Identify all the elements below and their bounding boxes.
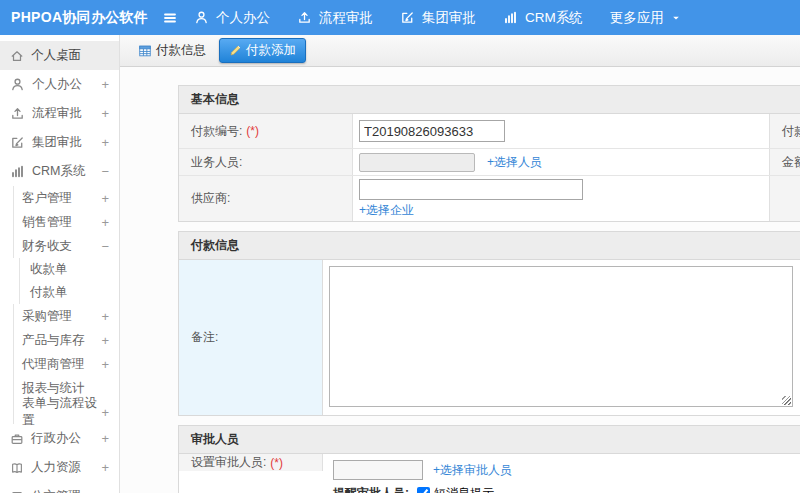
tab-bar: 付款信息 付款添加 [120, 35, 800, 67]
form-row-supplier: 供应商: +选择企业 [179, 175, 800, 221]
sidebar-item-17[interactable]: 公文管理+ [0, 482, 119, 493]
expand-icon[interactable]: + [101, 135, 109, 150]
sidebar-item-0[interactable]: 个人桌面 [0, 41, 119, 70]
collapse-icon[interactable]: − [101, 239, 109, 254]
expand-icon[interactable]: + [101, 460, 109, 475]
nav-item-3[interactable]: CRM系统 [503, 9, 583, 27]
payment-no-input[interactable] [359, 120, 505, 142]
sidebar-item-4[interactable]: CRM系统− [0, 157, 119, 186]
tab-label: 付款信息 [156, 42, 206, 59]
sidebar-item-label: 采购管理 [22, 308, 72, 325]
sidebar-item-9[interactable]: 付款单 [19, 281, 119, 304]
sidebar-item-label: 公文管理 [31, 488, 81, 493]
amount-label: 金额: [769, 149, 800, 175]
supplier-input[interactable] [359, 179, 583, 200]
approver-input[interactable] [333, 460, 423, 480]
expand-icon[interactable]: + [101, 333, 109, 348]
sidebar-item-label: 产品与库存 [22, 332, 85, 349]
nav-item-2[interactable]: 集团审批 [400, 9, 476, 27]
expand-icon[interactable]: + [101, 77, 109, 92]
sidebar-item-5[interactable]: 客户管理+ [13, 186, 119, 210]
form-row-approver: 设置审批人员:(*) +选择审批人员 提醒审批人员: [179, 454, 800, 493]
section-title-payment: 付款信息 [179, 232, 800, 260]
remark-textarea[interactable] [329, 266, 793, 407]
set-approver-label: 设置审批人员:(*) [179, 454, 323, 471]
main-area: 付款信息 付款添加 基本信息 付款编号:(*) [120, 35, 800, 493]
tab-payment-info[interactable]: 付款信息 [132, 38, 212, 63]
section-title-approver: 审批人员 [179, 426, 800, 454]
chart-icon [10, 164, 25, 179]
top-bar: PHPOA协同办公软件 个人办公流程审批集团审批CRM系统更多应用 [0, 0, 800, 35]
form-row-payment-no: 付款编号:(*) 付款名称:(*) [179, 114, 800, 148]
form-row-business-person: 业务人员: +选择人员 金额: [179, 148, 800, 175]
sidebar-item-2[interactable]: 流程审批+ [0, 99, 119, 128]
nav-item-label: CRM系统 [525, 9, 583, 27]
sidebar-item-label: 集团审批 [32, 134, 82, 151]
business-person-label: 业务人员: [179, 149, 353, 175]
sidebar-item-12[interactable]: 代理商管理+ [13, 352, 119, 376]
edit-icon [10, 135, 25, 150]
sms-remind-checkbox[interactable] [417, 487, 430, 493]
sidebar-item-label: 人力资源 [31, 459, 81, 476]
nav-item-4[interactable]: 更多应用 [610, 9, 681, 27]
caret-down-icon [671, 13, 681, 23]
select-company-link[interactable]: +选择企业 [359, 202, 414, 219]
table-icon [138, 44, 152, 58]
sidebar-item-14[interactable]: 表单与流程设置+ [13, 400, 119, 424]
sidebar-item-label: 收款单 [30, 261, 68, 278]
content-area: 基本信息 付款编号:(*) 付款名称:(*) [120, 67, 800, 493]
required-marker: (*) [246, 124, 259, 138]
section-basic-info: 基本信息 付款编号:(*) 付款名称:(*) [178, 85, 800, 222]
sidebar-item-3[interactable]: 集团审批+ [0, 128, 119, 157]
nav-item-label: 更多应用 [610, 9, 664, 27]
sidebar-item-7[interactable]: 财务收支− [13, 234, 119, 258]
expand-icon[interactable]: + [101, 215, 109, 230]
payment-no-label: 付款编号:(*) [179, 114, 353, 148]
nav-item-label: 个人办公 [216, 9, 270, 27]
expand-icon[interactable]: + [101, 357, 109, 372]
chart-icon [503, 10, 518, 25]
expand-icon[interactable]: + [101, 309, 109, 324]
sidebar-item-label: CRM系统 [32, 163, 85, 180]
sidebar-item-6[interactable]: 销售管理+ [13, 210, 119, 234]
nav-item-0[interactable]: 个人办公 [194, 9, 270, 27]
business-person-input[interactable] [359, 153, 475, 172]
sidebar-item-label: 个人办公 [32, 76, 82, 93]
expand-icon[interactable]: + [101, 431, 109, 446]
sidebar-item-10[interactable]: 采购管理+ [13, 304, 119, 328]
sidebar-item-label: 付款单 [30, 284, 68, 301]
section-payment-info: 付款信息 备注: [178, 231, 800, 416]
sidebar-item-16[interactable]: 人力资源+ [0, 453, 119, 482]
sidebar-item-8[interactable]: 收款单 [19, 258, 119, 281]
sidebar-item-label: 表单与流程设置 [22, 395, 101, 429]
tab-payment-add[interactable]: 付款添加 [219, 38, 306, 63]
select-approver-link[interactable]: +选择审批人员 [433, 462, 512, 479]
remind-approver-label: 提醒审批人员: [333, 485, 409, 493]
nav-item-label: 流程审批 [319, 9, 373, 27]
hamburger-icon [162, 10, 178, 26]
edit-icon [400, 10, 415, 25]
user-icon [194, 10, 209, 25]
sidebar-item-label: 报表与统计 [22, 380, 85, 397]
expand-icon[interactable]: + [101, 191, 109, 206]
app-window: PHPOA协同办公软件 个人办公流程审批集团审批CRM系统更多应用 个人桌面个人… [0, 0, 800, 493]
section-approver: 审批人员 设置审批人员:(*) +选择审批人员 [178, 425, 800, 493]
menu-toggle-button[interactable] [162, 10, 178, 26]
process-icon [10, 106, 25, 121]
process-icon [297, 10, 312, 25]
sidebar-item-11[interactable]: 产品与库存+ [13, 328, 119, 352]
sidebar-item-label: 客户管理 [22, 190, 72, 207]
top-nav: 个人办公流程审批集团审批CRM系统更多应用 [194, 9, 681, 27]
user-icon [10, 77, 25, 92]
select-person-link[interactable]: +选择人员 [487, 154, 542, 171]
expand-icon[interactable]: + [101, 489, 109, 493]
collapse-icon[interactable]: − [101, 164, 109, 179]
sidebar-item-label: 行政办公 [31, 430, 81, 447]
sms-remind-label[interactable]: 短消息提示 [434, 485, 494, 493]
expand-icon[interactable]: + [101, 405, 109, 420]
nav-item-1[interactable]: 流程审批 [297, 9, 373, 27]
remark-label: 备注: [179, 260, 323, 415]
sidebar-item-label: 代理商管理 [22, 356, 85, 373]
expand-icon[interactable]: + [101, 106, 109, 121]
sidebar-item-1[interactable]: 个人办公+ [0, 70, 119, 99]
